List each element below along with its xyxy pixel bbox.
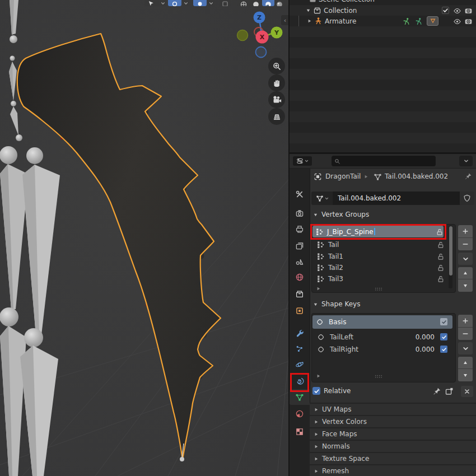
- relative-checkbox[interactable]: [312, 387, 320, 395]
- tab-particles[interactable]: [290, 341, 310, 357]
- vertex-group-row-renaming[interactable]: J_Bip_C_Spine: [312, 226, 444, 237]
- shape-key-value[interactable]: 0.000: [396, 346, 435, 353]
- tab-output[interactable]: [290, 221, 310, 237]
- render-region-button[interactable]: [220, 0, 231, 6]
- vertex-group-row[interactable]: Tail1: [312, 251, 444, 262]
- shape-keys-panel-header[interactable]: Shape Keys: [310, 298, 476, 310]
- select-tool-button[interactable]: [144, 0, 159, 6]
- collection-checkbox[interactable]: [442, 7, 449, 14]
- tab-tool[interactable]: [290, 186, 310, 202]
- tab-material[interactable]: [290, 406, 310, 422]
- filter-dropdown-button[interactable]: [459, 156, 473, 166]
- snap-dropdown[interactable]: [183, 0, 189, 6]
- sk-remove-button[interactable]: [458, 328, 473, 340]
- breadcrumb-object[interactable]: DragonTail: [325, 172, 361, 180]
- tab-scene[interactable]: [290, 254, 310, 269]
- panel-expand-icon[interactable]: [313, 302, 318, 307]
- shape-key-row[interactable]: TailLeft 0.000: [312, 331, 452, 343]
- vg-move-down-button[interactable]: [458, 279, 473, 292]
- lock-open-icon[interactable]: [437, 253, 445, 260]
- shape-key-row-selected[interactable]: Basis: [312, 315, 452, 329]
- tab-object[interactable]: [290, 303, 310, 319]
- shape-key-row[interactable]: TailRight 0.000: [312, 343, 452, 356]
- zoom-view-button[interactable]: [268, 58, 285, 74]
- lock-open-icon[interactable]: [436, 228, 444, 236]
- 3d-viewport[interactable]: Z Y X ‹: [0, 0, 289, 476]
- shading-rendered-button[interactable]: [274, 0, 284, 6]
- list-resize-grip-icon[interactable]: [375, 287, 382, 291]
- list-filter-expand-icon[interactable]: [316, 286, 321, 291]
- panel-texture-space[interactable]: Texture Space: [310, 453, 476, 464]
- datablock-name-field[interactable]: [333, 192, 460, 205]
- panel-face-maps[interactable]: Face Maps: [310, 428, 476, 440]
- fake-user-shield-button[interactable]: [460, 192, 474, 205]
- camera-visibility-icon[interactable]: [464, 17, 473, 26]
- outliner-row-armature[interactable]: Armature: [290, 16, 476, 26]
- vg-move-up-button[interactable]: [458, 267, 473, 279]
- disclosure-down-icon[interactable]: [306, 8, 311, 13]
- datablock-type-dropdown[interactable]: [311, 192, 333, 205]
- orientation-gizmo[interactable]: Z Y X: [236, 7, 288, 58]
- camera-view-button[interactable]: [268, 91, 285, 108]
- shape-key-value[interactable]: 0.000: [396, 333, 435, 341]
- search-box[interactable]: [332, 156, 436, 166]
- pin-icon[interactable]: [464, 172, 472, 180]
- pin-shape-key-icon[interactable]: [432, 387, 441, 396]
- snap-toggle-button[interactable]: [168, 0, 181, 6]
- list-resize-grip-icon[interactable]: [375, 374, 382, 379]
- panel-uv-maps[interactable]: UV Maps: [310, 404, 476, 415]
- tab-texture[interactable]: [290, 424, 310, 440]
- sk-move-up-button[interactable]: [458, 357, 473, 369]
- sk-add-button[interactable]: [458, 315, 473, 328]
- outliner-row-collection[interactable]: Collection: [290, 5, 476, 16]
- tab-collection[interactable]: [290, 286, 310, 302]
- armature-data-icon[interactable]: [414, 17, 423, 26]
- clear-shape-keys-button[interactable]: [461, 386, 473, 397]
- camera-visibility-icon[interactable]: [464, 7, 473, 15]
- vertex-group-row[interactable]: Tail2: [312, 262, 444, 273]
- lock-open-icon[interactable]: [437, 241, 445, 249]
- lock-open-icon[interactable]: [437, 264, 445, 272]
- vg-scrollbar-thumb[interactable]: [449, 226, 452, 276]
- tab-modifiers[interactable]: [290, 325, 310, 341]
- shading-material-button[interactable]: [262, 0, 274, 6]
- select-tool-dropdown[interactable]: [160, 0, 166, 6]
- datablock-name-input[interactable]: [337, 194, 460, 203]
- sk-specials-menu-button[interactable]: [458, 342, 473, 354]
- outliner-row-scene-collection[interactable]: Scene Collection: [290, 0, 476, 4]
- panel-normals[interactable]: Normals: [310, 441, 476, 452]
- tab-object-data[interactable]: [290, 389, 310, 405]
- shading-solid-button[interactable]: [250, 0, 262, 6]
- vertex-groups-panel-header[interactable]: Vertex Groups: [310, 209, 476, 220]
- editor-type-selector[interactable]: [293, 156, 312, 166]
- breadcrumb-data[interactable]: Tail.004.baked.002: [385, 172, 448, 180]
- panel-expand-icon[interactable]: [313, 212, 318, 217]
- lock-open-icon[interactable]: [437, 275, 445, 283]
- panel-remesh[interactable]: Remesh: [310, 465, 476, 476]
- vg-add-button[interactable]: [458, 225, 473, 238]
- pan-view-button[interactable]: [268, 74, 285, 91]
- panel-vertex-colors[interactable]: Vertex Colors: [310, 416, 476, 427]
- perspective-toggle-button[interactable]: [268, 108, 285, 125]
- vg-specials-menu-button[interactable]: [458, 253, 473, 265]
- tab-physics[interactable]: [290, 357, 310, 372]
- vertex-mask-icon[interactable]: [445, 387, 454, 396]
- sk-move-down-button[interactable]: [458, 369, 473, 381]
- shape-key-enabled-checkbox[interactable]: [440, 346, 447, 353]
- active-mesh-data-badge[interactable]: [427, 16, 438, 26]
- vg-remove-button[interactable]: [458, 238, 473, 250]
- vertex-group-row[interactable]: Tail: [312, 239, 444, 250]
- tab-view-layer[interactable]: [290, 238, 310, 254]
- hide-eye-icon[interactable]: [453, 17, 461, 26]
- disclosure-right-icon[interactable]: [307, 18, 312, 24]
- proportional-dropdown[interactable]: [208, 0, 214, 6]
- vertex-group-row[interactable]: Tail3: [312, 273, 444, 284]
- shape-key-enabled-checkbox[interactable]: [440, 318, 447, 325]
- hide-eye-icon[interactable]: [453, 7, 461, 15]
- search-input[interactable]: [342, 157, 436, 166]
- armature-pose-icon[interactable]: [402, 17, 410, 26]
- vg-scrollbar-track[interactable]: [449, 226, 452, 288]
- shape-key-enabled-checkbox[interactable]: [440, 333, 447, 340]
- sidebar-toggle[interactable]: ‹: [281, 15, 289, 25]
- proportional-editing-button[interactable]: [193, 0, 207, 6]
